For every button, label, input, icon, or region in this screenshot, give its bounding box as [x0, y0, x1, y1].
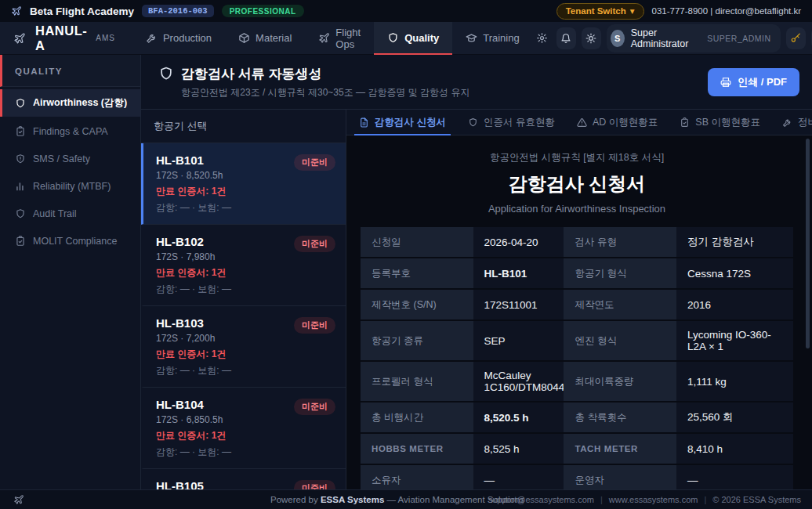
sidebar-item-sms-safety[interactable]: SMS / Safety	[0, 146, 140, 171]
document-scroll-area[interactable]: 항공안전법 시행규칙 [별지 제18호 서식] 감항검사 신청서 Applica…	[346, 135, 812, 489]
form-reference: 항공안전법 시행규칙 [별지 제18호 서식]	[361, 151, 793, 164]
sidebar: QUALITY Airworthiness (감항) Findings & CA…	[0, 55, 141, 489]
tenant-brand: Beta Flight Academy	[30, 5, 134, 17]
aircraft-card-hl-b101[interactable]: HL-B101 172S · 8,520.5h 만료 인증서: 1건 감항: —…	[141, 143, 346, 225]
table-row: 소유자 — 운영자 —	[361, 465, 793, 489]
aircraft-card-hl-b105[interactable]: HL-B105 172S · 5,420h 미준비	[141, 469, 346, 489]
page-title: 감항검사 서류 자동생성	[181, 65, 321, 83]
field-value: 25,560 회	[676, 403, 793, 432]
plane-icon	[318, 32, 330, 44]
key-icon[interactable]	[786, 27, 806, 49]
tab-label: 인증서 유효현황	[484, 116, 555, 129]
field-label: 프로펠러 형식	[361, 362, 473, 401]
sidebar-item-label: Audit Trail	[33, 208, 77, 219]
sidebar-item-label: Airworthiness (감항)	[33, 96, 127, 110]
field-value: HL-B101	[473, 258, 564, 288]
top-bar: Beta Flight Academy BFA-2016-003 PROFESS…	[0, 0, 812, 22]
app-logo[interactable]: HANUL-A AMS	[11, 23, 126, 53]
document-title: 감항검사 신청서	[361, 171, 793, 197]
field-label: 신청일	[361, 227, 473, 257]
shield-icon	[387, 32, 399, 44]
bell-icon[interactable]	[556, 27, 576, 49]
tenant-code-badge: BFA-2016-003	[142, 5, 214, 17]
field-label: 제작연도	[564, 290, 676, 319]
app-logo-sub: AMS	[96, 34, 115, 42]
plan-badge: PROFESSIONAL	[222, 5, 304, 17]
tab-label: 정비기록 요약	[798, 116, 812, 129]
vertical-scrollbar[interactable]	[806, 139, 810, 348]
page-header: 감항검사 서류 자동생성 항공안전법 제23조 / 시행규칙 제30~35조 —…	[141, 55, 812, 110]
sidebar-item-findings-capa[interactable]: Findings & CAPA	[0, 119, 140, 144]
field-label: 운영자	[564, 465, 676, 489]
wrench-icon	[146, 32, 158, 44]
field-value: McCauley 1C160/DTM8044	[473, 362, 564, 401]
aircraft-status-line: 감항: — · 보험: —	[156, 201, 335, 215]
tenant-switch-button[interactable]: Tenant Switch ▾	[556, 3, 644, 20]
nav-item-training[interactable]: Training	[452, 22, 532, 55]
status-badge: 미준비	[294, 236, 335, 252]
tab-ad-compliance[interactable]: AD 이행현황표	[566, 110, 669, 135]
print-pdf-label: 인쇄 / PDF	[738, 75, 787, 89]
website-link[interactable]: www.essasystems.com	[609, 495, 698, 504]
shield-alert-icon	[15, 153, 26, 164]
nav-item-quality[interactable]: Quality	[374, 22, 452, 55]
field-label: 엔진 형식	[564, 321, 676, 360]
sidebar-item-molit-compliance[interactable]: MOLIT Compliance	[0, 229, 140, 254]
tab-sb-compliance[interactable]: SB 이행현황표	[669, 110, 771, 135]
nav-item-flight-ops[interactable]: Flight Ops	[305, 22, 374, 55]
user-menu[interactable]: S Super Administrator SUPER_ADMIN	[607, 24, 781, 52]
nav-right-tools: S Super Administrator SUPER_ADMIN	[533, 24, 812, 52]
document-tabs: 감항검사 신청서 인증서 유효현황 AD 이행현황표 SB 이행현황표	[346, 110, 812, 135]
sidebar-item-audit-trail[interactable]: Audit Trail	[0, 201, 140, 226]
tab-maintenance-summary[interactable]: 정비기록 요약	[771, 110, 812, 135]
table-row: 등록부호 HL-B101 항공기 형식 Cessna 172S	[361, 258, 793, 288]
nav-items: Production Material Flight Ops Quality T…	[132, 22, 533, 55]
application-form-table: 신청일 2026-04-20 검사 유형 정기 감항검사 등록부호 HL-B10…	[361, 227, 793, 489]
field-label: TACH METER	[564, 434, 676, 464]
app-window: Beta Flight Academy BFA-2016-003 PROFESS…	[0, 0, 812, 509]
status-badge: 미준비	[294, 399, 335, 415]
field-value: 8,410 h	[676, 434, 793, 464]
cube-icon	[238, 32, 250, 44]
aircraft-status-line: 감항: — · 보험: —	[156, 446, 335, 459]
shield-icon	[15, 208, 26, 219]
field-value: 1,111 kg	[676, 362, 793, 401]
gear-icon[interactable]	[533, 29, 551, 47]
nav-label: Flight Ops	[335, 27, 361, 50]
aircraft-alert: 만료 인증서: 1건	[156, 429, 335, 442]
aircraft-list[interactable]: HL-B101 172S · 8,520.5h 만료 인증서: 1건 감항: —…	[141, 143, 346, 489]
sidebar-item-airworthiness[interactable]: Airworthiness (감항)	[0, 89, 140, 117]
field-label: 항공기 형식	[564, 258, 676, 288]
tab-certificate-validity[interactable]: 인증서 유효현황	[457, 110, 566, 135]
aircraft-card-hl-b104[interactable]: HL-B104 172S · 6,850.5h 만료 인증서: 1건 감항: —…	[141, 388, 346, 469]
tab-inspection-application[interactable]: 감항검사 신청서	[348, 110, 457, 135]
nav-item-material[interactable]: Material	[225, 22, 305, 55]
field-value: Lycoming IO-360-L2A × 1	[676, 321, 793, 360]
nav-label: Material	[256, 32, 292, 44]
warning-icon	[577, 117, 587, 128]
wrench-icon	[782, 117, 792, 128]
tab-label: 감항검사 신청서	[375, 116, 446, 129]
nav-label: Training	[483, 32, 519, 44]
field-value: 2016	[676, 290, 793, 319]
field-value: 정기 감항검사	[676, 227, 793, 257]
footer-links: support@essasystems.com | www.essasystem…	[488, 495, 801, 504]
tab-label: SB 이행현황표	[695, 116, 760, 129]
document-subtitle: Application for Airworthiness Inspection	[361, 203, 793, 215]
aircraft-alert: 만료 인증서: 1건	[156, 348, 335, 361]
field-label: HOBBS METER	[361, 434, 473, 464]
aircraft-card-hl-b102[interactable]: HL-B102 172S · 7,980h 만료 인증서: 1건 감항: — ·…	[141, 225, 346, 306]
powered-prefix: Powered by	[270, 495, 318, 504]
clipboard-icon	[15, 126, 26, 137]
sidebar-item-reliability[interactable]: Reliability (MTBF)	[0, 174, 140, 199]
footer: Powered by ESSA Systems — Aviation Manag…	[0, 489, 812, 509]
shield-icon	[158, 66, 174, 81]
aircraft-card-hl-b103[interactable]: HL-B103 172S · 7,200h 만료 인증서: 1건 감항: — ·…	[141, 306, 346, 388]
nav-item-production[interactable]: Production	[132, 22, 225, 55]
print-pdf-button[interactable]: 인쇄 / PDF	[708, 68, 799, 96]
sun-icon[interactable]	[582, 27, 601, 49]
sidebar-section-title: QUALITY	[0, 55, 140, 87]
separator: |	[600, 495, 603, 504]
bar-chart-icon	[15, 181, 26, 192]
field-value: SEP	[473, 321, 564, 360]
